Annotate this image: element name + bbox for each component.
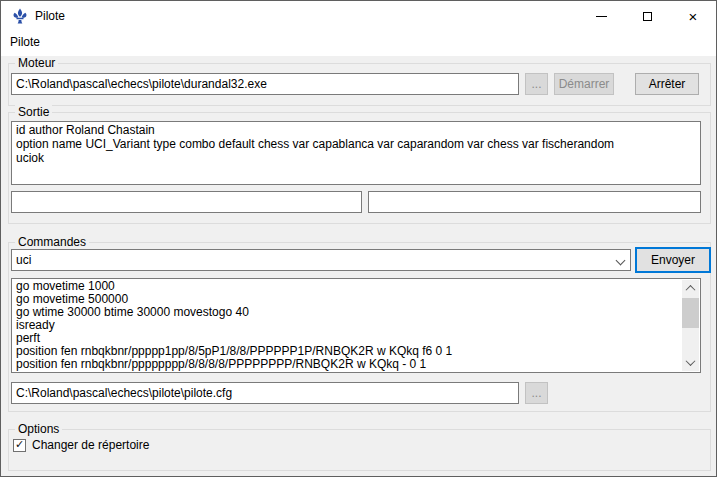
list-item[interactable]: position fen 2k2b1r/1b1q4/Q2B2p1/1P3P2/8… <box>16 371 683 372</box>
group-options-label: Options <box>15 422 62 436</box>
chevron-down-icon <box>686 356 696 366</box>
output-line: uciok <box>16 151 696 165</box>
config-browse-button[interactable]: ... <box>525 382 548 404</box>
scroll-up-button[interactable] <box>682 280 699 297</box>
scroll-down-button[interactable] <box>682 354 699 371</box>
fleur-de-lis-icon <box>12 8 28 24</box>
sortie-field-left[interactable] <box>11 191 362 213</box>
checkmark-icon: ✓ <box>15 439 24 450</box>
output-line: id author Roland Chastain <box>16 123 696 137</box>
command-combobox-value: uci <box>16 253 31 267</box>
chevron-up-icon <box>686 285 696 295</box>
window-title: Pilote <box>35 9 65 23</box>
maximize-icon <box>643 12 652 21</box>
group-moteur-label: Moteur <box>15 56 58 70</box>
maximize-button[interactable] <box>624 1 670 31</box>
command-combobox[interactable]: uci <box>11 249 631 271</box>
command-history-lines: go movetime 1000 go movetime 500000 go w… <box>12 280 683 372</box>
minimize-button[interactable] <box>578 1 624 31</box>
group-commandes-label: Commandes <box>15 235 89 249</box>
engine-output-memo[interactable]: id author Roland Chastain option name UC… <box>11 121 701 185</box>
engine-browse-button[interactable]: ... <box>525 73 548 95</box>
output-line: option name UCI_Variant type combo defau… <box>16 137 696 151</box>
change-directory-checkbox-label[interactable]: Changer de répertoire <box>32 438 149 452</box>
group-sortie-label: Sortie <box>15 105 52 119</box>
titlebar[interactable]: Pilote × <box>1 1 716 31</box>
engine-path-input[interactable] <box>11 73 519 95</box>
app-window: Pilote × Pilote Moteur ... Démarrer Arrê… <box>0 0 717 477</box>
list-item[interactable]: go wtime 30000 btime 30000 movestogo 40 <box>16 306 683 319</box>
menu-item-pilote[interactable]: Pilote <box>2 31 48 54</box>
close-icon: × <box>689 9 698 24</box>
list-item[interactable]: isready <box>16 319 683 332</box>
menubar: Pilote <box>1 31 716 56</box>
chevron-down-icon[interactable] <box>616 256 626 266</box>
sortie-field-right[interactable] <box>368 191 701 213</box>
minimize-icon <box>596 16 607 17</box>
vertical-scrollbar[interactable] <box>682 280 699 371</box>
scrollbar-thumb[interactable] <box>682 298 699 328</box>
start-engine-button[interactable]: Démarrer <box>554 73 614 95</box>
close-button[interactable]: × <box>670 1 716 31</box>
change-directory-checkbox-row: ✓ Changer de répertoire <box>13 438 149 452</box>
stop-engine-button[interactable]: Arrêter <box>635 73 699 95</box>
config-path-input[interactable] <box>11 382 519 404</box>
change-directory-checkbox[interactable]: ✓ <box>13 439 26 452</box>
send-command-button[interactable]: Envoyer <box>635 247 711 273</box>
command-history-list[interactable]: go movetime 1000 go movetime 500000 go w… <box>11 278 701 373</box>
